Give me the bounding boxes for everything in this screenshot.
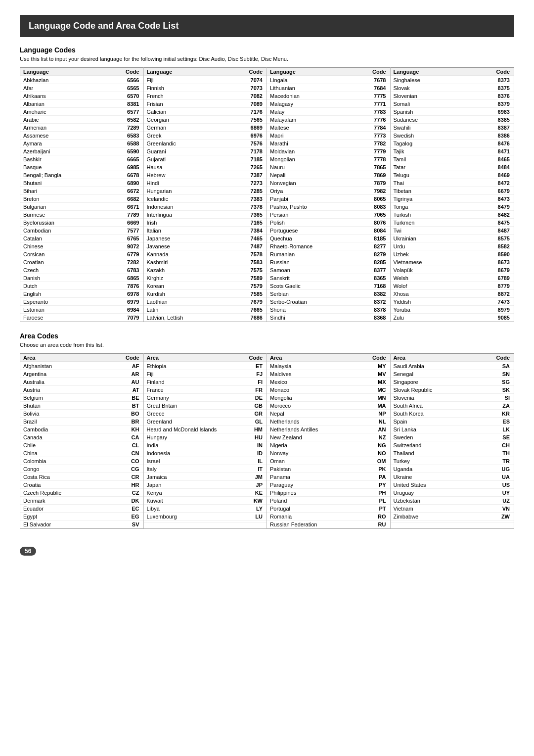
- lang-code: 6976: [226, 132, 267, 140]
- table-row: Rhaeto-Romance8277: [267, 242, 390, 250]
- lang-name: Moldavian: [267, 147, 354, 155]
- area-name: Kenya: [144, 489, 241, 497]
- lang-code: 7789: [104, 211, 143, 219]
- table-row: Malay7783: [267, 108, 390, 116]
- table-row: MalaysiaMY: [267, 362, 390, 370]
- area-code: NL: [356, 418, 390, 425]
- table-row: South AfricaZA: [391, 402, 514, 410]
- table-row: Great BritainGB: [144, 402, 267, 410]
- table-row: TurkeyTR: [391, 457, 514, 465]
- lang-code: 8473: [468, 195, 514, 203]
- table-row: Pashto, Pushto8083: [267, 203, 390, 211]
- table-row: AustraliaAU: [20, 378, 143, 386]
- table-row: Welsh6789: [391, 274, 514, 282]
- lang-name: Spanish: [391, 108, 468, 116]
- table-row: LuxembourgLU: [144, 513, 267, 520]
- lang-name: Laothian: [144, 298, 227, 306]
- lang-name: Javanese: [144, 242, 227, 250]
- area-code: CA: [104, 433, 143, 441]
- table-row: Danish6865: [20, 274, 143, 282]
- area-code: MC: [356, 386, 390, 394]
- table-row: Tatar8484: [391, 163, 514, 171]
- lang-code: 7678: [354, 76, 390, 84]
- table-row: Bashkir6665: [20, 155, 143, 163]
- lang-name: Macedonian: [267, 92, 354, 100]
- lang-code: 8484: [468, 163, 514, 171]
- table-row: Indonesian7378: [144, 203, 267, 211]
- lang-name: Danish: [20, 274, 104, 282]
- lang-name: Rhaeto-Romance: [267, 242, 354, 250]
- table-row: Japanese7465: [144, 235, 267, 242]
- table-row: Italian7384: [144, 227, 267, 235]
- area-name: Bhutan: [20, 402, 104, 410]
- table-row: Faroese7079: [20, 314, 143, 322]
- lang-name: Uzbek: [391, 250, 468, 258]
- lang-name: Bihari: [20, 187, 104, 195]
- table-row: Bengali; Bangla6678: [20, 171, 143, 179]
- table-row: ItalyIT: [144, 465, 267, 473]
- lang-code: 7074: [226, 76, 267, 84]
- lang-code: 8376: [468, 92, 514, 100]
- table-row: Corsican6779: [20, 250, 143, 258]
- lang-name: Tajik: [391, 147, 468, 155]
- lang-name: Swahili: [391, 124, 468, 132]
- table-row: Sri LankaLK: [391, 425, 514, 433]
- area-code: ZW: [475, 513, 514, 520]
- area-col1-header-area: Area: [20, 354, 104, 362]
- table-row: Bulgarian6671: [20, 203, 143, 211]
- lang-name: Volapük: [391, 266, 468, 274]
- lang-code: 7082: [226, 92, 267, 100]
- lang-name: Latin: [144, 306, 227, 314]
- area-name: Denmark: [20, 497, 104, 505]
- lang-code: 8372: [354, 298, 390, 306]
- area-col-2: Area Code EthiopiaETFijiFJFinlandFIFranc…: [144, 353, 267, 528]
- lang-name: Malayalam: [267, 116, 354, 124]
- lang-name: Hausa: [144, 163, 227, 171]
- lang-name: Thai: [391, 179, 468, 187]
- table-row: Byelorussian6669: [20, 219, 143, 227]
- lang-code: 8382: [354, 290, 390, 298]
- lang-code: 7487: [226, 242, 267, 250]
- table-row: SingaporeSG: [391, 378, 514, 386]
- table-row: VietnamVN: [391, 505, 514, 513]
- area-code: HR: [104, 481, 143, 489]
- table-row: BoliviaBO: [20, 410, 143, 418]
- table-row: Oriya7982: [267, 187, 390, 195]
- area-name: Japan: [144, 481, 241, 489]
- area-col3-header-code: Code: [356, 354, 390, 362]
- area-name: Singapore: [391, 378, 475, 386]
- lang-code: 7176: [226, 108, 267, 116]
- table-row: German6869: [144, 124, 267, 132]
- area-code: HU: [240, 433, 267, 441]
- table-row: Ameharic6577: [20, 108, 143, 116]
- lang-code: 8575: [468, 235, 514, 242]
- area-name: Greenland: [144, 418, 241, 425]
- area-name: Slovak Republic: [391, 386, 475, 394]
- lang-code: 7771: [354, 100, 390, 108]
- lang-name: Polish: [267, 219, 354, 227]
- lang-name: Indonesian: [144, 203, 227, 211]
- lang-code: 7387: [226, 171, 267, 179]
- area-name: Croatia: [20, 481, 104, 489]
- area-name: Uzbekistan: [391, 497, 475, 505]
- area-name: Uruguay: [391, 489, 475, 497]
- lang-code: 8379: [468, 100, 514, 108]
- area-name: Vietnam: [391, 505, 475, 513]
- lang-code: 8487: [468, 227, 514, 235]
- area-code: SN: [475, 370, 514, 378]
- language-section: Language Codes Use this list to input yo…: [20, 46, 514, 322]
- lang-code: 7578: [226, 250, 267, 258]
- lang-code: 6865: [104, 274, 143, 282]
- table-row: Slovak RepublicSK: [391, 386, 514, 394]
- lang-name: Turkish: [391, 211, 468, 219]
- lang-name: Hungarian: [144, 187, 227, 195]
- area-name: South Korea: [391, 410, 475, 418]
- lang-code: 6679: [468, 187, 514, 195]
- lang-name: Cambodian: [20, 227, 104, 235]
- lang-code: 8387: [468, 124, 514, 132]
- lang-name: Byelorussian: [20, 219, 104, 227]
- lang-code: 8083: [354, 203, 390, 211]
- area-name: Costa Rica: [20, 473, 104, 481]
- table-row: [144, 520, 267, 522]
- lang-code: 8386: [468, 132, 514, 140]
